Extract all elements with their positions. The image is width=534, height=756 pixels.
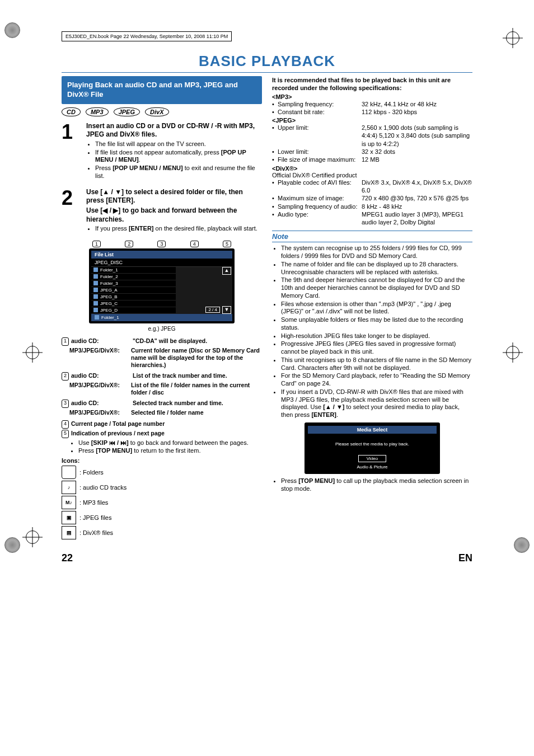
- cd-track-icon: ♪: [62, 481, 76, 494]
- mp3-icon: M♪: [62, 496, 76, 509]
- note-after: Press [TOP MENU] to call up the playback…: [272, 477, 472, 493]
- media-select-title: Media Select: [308, 426, 437, 434]
- badge-jpeg: JPEG: [114, 107, 140, 116]
- step-2: 2 Use [▲ / ▼] to select a desired folder…: [62, 188, 262, 235]
- crop-mark-br: [514, 537, 530, 553]
- spec-mp3-head: <MP3>: [272, 93, 472, 100]
- fl-footer: Folder_1: [91, 314, 232, 321]
- folder-icon: [95, 315, 99, 320]
- file-list-diagram: 1 2 3 4 5 File List JPEG_DISC Folder_1 F…: [89, 241, 235, 323]
- registration-mark-right: [503, 342, 523, 363]
- step-2-bullets: If you press [ENTER] on the desired file…: [86, 225, 262, 233]
- fl-item: JPEG_D: [91, 307, 176, 314]
- step-2-title-2: Use [◀ / ▶] to go back and forward betwe…: [86, 206, 262, 224]
- step-1-title: Insert an audio CD or a DVD or CD-RW / -…: [86, 122, 262, 139]
- legend-num-1: 1: [62, 337, 69, 346]
- folder-icon: [93, 274, 98, 279]
- section-heading: Playing Back an audio CD and an MP3, JPE…: [62, 76, 262, 104]
- badge-divx: DivX: [145, 107, 168, 116]
- callout-1: 1: [92, 241, 101, 247]
- folder-icon: [62, 466, 76, 479]
- fl-sub: JPEG_DISC: [91, 259, 232, 267]
- folder-icon: [93, 281, 98, 285]
- scroll-down-icon: ▼: [222, 306, 231, 314]
- icons-heading: Icons:: [62, 457, 79, 464]
- jpeg-icon: [93, 288, 98, 292]
- registration-mark-tr: [503, 28, 523, 48]
- callout-5: 5: [223, 241, 231, 247]
- registration-mark-left: [22, 342, 43, 363]
- step-1: 1 Insert an audio CD or a DVD or CD-RW /…: [62, 122, 262, 182]
- callout-3: 3: [157, 241, 166, 247]
- scroll-up-icon: ▲: [222, 267, 231, 275]
- jpeg-icon: ▣: [62, 511, 76, 524]
- legend-num-5: 5: [62, 430, 69, 438]
- step-1-bullets: The file list will appear on the TV scre…: [86, 140, 262, 180]
- spec-divx-sub: Official DivX® Certified product: [272, 172, 472, 179]
- spec-divx-head: <DivX®>: [272, 165, 472, 172]
- fl-title: File List: [91, 251, 232, 259]
- spec-intro: It is recommended that files to be playe…: [272, 76, 472, 92]
- callout-4: 4: [190, 241, 199, 247]
- legend-num-3: 3: [62, 400, 69, 408]
- crop-mark-bl: [4, 537, 20, 553]
- notes-list: The system can recognise up to 255 folde…: [272, 245, 472, 419]
- page-number: 22: [62, 552, 73, 564]
- fl-item: JPEG_C: [91, 300, 176, 307]
- book-header-line: E5J30ED_EN.book Page 22 Wednesday, Septe…: [62, 31, 232, 41]
- step-1-number: 1: [62, 122, 86, 182]
- media-audio-option: Audio & Picture: [349, 464, 395, 470]
- jpeg-icon: [93, 294, 98, 299]
- fl-item: JPEG_B: [91, 294, 176, 300]
- diagram-caption: e.g.) JPEG: [62, 326, 262, 332]
- page-title: BASIC PLAYBACK: [62, 53, 472, 73]
- badge-mp3: MP3: [86, 107, 109, 116]
- fl-item: Folder_3: [91, 280, 176, 287]
- jpeg-icon: [93, 301, 98, 306]
- spec-jpeg-head: <JPEG>: [272, 117, 472, 124]
- folder-icon: [93, 267, 98, 272]
- badge-cd: CD: [62, 107, 81, 116]
- note-heading: Note: [272, 231, 472, 242]
- legend-5-extra: Use [SKIP ⏮ / ⏭] to go back and forward …: [69, 439, 262, 456]
- language-code: EN: [458, 552, 472, 564]
- fl-item: Folder_1: [91, 267, 176, 274]
- callout-2: 2: [125, 241, 133, 247]
- registration-mark-bl: [22, 527, 43, 547]
- step-2-number: 2: [62, 188, 86, 235]
- legend-num-2: 2: [62, 372, 69, 381]
- media-select-diagram: Media Select Please select the media to …: [305, 422, 440, 474]
- crop-mark-tl: [4, 22, 20, 38]
- legend-num-4: 4: [62, 420, 69, 429]
- fl-page-indicator: 2 / 4: [205, 307, 220, 313]
- media-video-option: Video: [358, 455, 386, 462]
- media-select-text: Please select the media to play back.: [308, 442, 437, 447]
- fl-item: JPEG_A: [91, 287, 176, 294]
- step-2-title-1: Use [▲ / ▼] to select a desired folder o…: [86, 188, 262, 205]
- format-badges: CD MP3 JPEG DivX: [62, 107, 262, 116]
- fl-item: Folder_2: [91, 274, 176, 280]
- divx-icon: ▤: [62, 526, 76, 539]
- jpeg-icon: [93, 308, 98, 312]
